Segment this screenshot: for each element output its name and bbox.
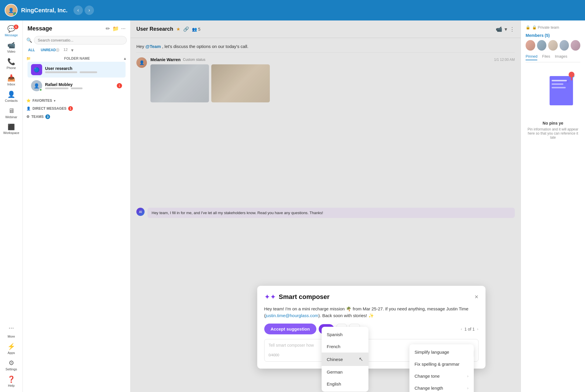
sidebar-item-inbox[interactable]: 📥 Inbox <box>0 72 23 88</box>
pin-illustration-container <box>526 72 580 118</box>
chinese-label: Chinese <box>327 357 343 362</box>
smart-composer: ✦✦ Smart composer × Hey team! I'm on a m… <box>257 286 486 369</box>
conv-item-rafael[interactable]: 👤 Rafael Mobley 1 <box>28 78 126 94</box>
sc-actions: Accept suggestion ↺ ▾ ⧉ ➤ ‹ 1 of 1 › <box>264 324 478 334</box>
sidebar-item-help[interactable]: ❓ Help <box>0 373 23 390</box>
private-team-label: 🔒 Private team <box>532 25 559 30</box>
cursor-icon: ↖ <box>359 356 363 362</box>
folder-collapse-icon: ▲ <box>123 56 127 61</box>
avatar-status <box>13 12 17 16</box>
nav-back-button[interactable]: ‹ <box>73 6 83 15</box>
sidebar-item-video[interactable]: 📹 Video <box>0 39 23 56</box>
filter-unread[interactable]: UNREAD <box>39 47 61 53</box>
folder-section: 📁 FOLDER NAME ▲ 🔵 User research <box>23 54 130 96</box>
sidebar-item-inbox-label: Inbox <box>7 82 15 86</box>
submenu-item-spanish[interactable]: Spanish <box>322 329 368 341</box>
tab-images[interactable]: Images <box>555 54 567 60</box>
sidebar-item-contacts[interactable]: 👤 Contacts <box>0 88 23 105</box>
sc-char-count: 0/4000 <box>269 353 279 357</box>
main-layout: 💬 Message 6 📹 Video 📞 Phone 📥 Inbox 👤 Co… <box>0 20 585 392</box>
folder-button[interactable]: 📁 <box>112 25 119 32</box>
tone-arrow-icon: › <box>467 374 469 378</box>
filter-all[interactable]: ALL <box>26 47 37 53</box>
accept-suggestion-button[interactable]: Accept suggestion <box>264 324 316 334</box>
sidebar-item-webinar[interactable]: 🖥 Webinar <box>0 105 23 121</box>
conv-info-rafael: Rafael Mobley <box>42 82 117 89</box>
german-label: German <box>327 369 343 374</box>
top-bar: 👤 RingCentral, Inc. ‹ › <box>0 0 585 20</box>
section-favorites[interactable]: ⭐ FAVORITES ▾ <box>23 96 130 104</box>
spanish-label: Spanish <box>327 332 343 337</box>
sidebar-item-phone-label: Phone <box>7 66 16 70</box>
pins-area: No pins ye Pin information and it will a… <box>526 66 580 140</box>
sidebar-item-workspace[interactable]: ⬛ Workspace <box>0 121 23 137</box>
more-dots-icon: ··· <box>8 324 14 332</box>
sidebar-item-more[interactable]: ··· More <box>0 319 23 341</box>
length-label: Change length <box>415 386 443 391</box>
nav-forward-button[interactable]: › <box>85 6 94 15</box>
sidebar-item-video-label: Video <box>7 50 16 53</box>
tone-label: Change tone <box>415 374 440 379</box>
sc-close-button[interactable]: × <box>475 293 478 301</box>
pagination-prev[interactable]: ‹ <box>461 327 462 331</box>
dropdown-item-length[interactable]: Change length › <box>409 382 474 392</box>
sidebar-item-message[interactable]: 💬 Message 6 <box>0 23 23 39</box>
section-direct-messages[interactable]: 👤 DIRECT MESSAGES 1 <box>23 104 130 112</box>
sidebar-item-webinar-label: Webinar <box>5 115 17 119</box>
contacts-icon: 👤 <box>7 91 15 98</box>
lock-icon: 🔒 <box>526 25 530 30</box>
more-options-button[interactable]: ··· <box>121 25 126 32</box>
apps-icon: ⚡ <box>7 343 15 350</box>
member-avatar-4 <box>560 40 569 51</box>
folder-icon: 📁 <box>26 56 31 61</box>
compose-button[interactable]: ✏ <box>106 25 110 32</box>
pagination-next[interactable]: › <box>477 327 478 331</box>
teams-icon: ⚙ <box>26 115 30 119</box>
online-status <box>39 88 42 91</box>
sc-pagination: ‹ 1 of 1 › <box>461 327 478 331</box>
member-avatar-1 <box>526 40 535 51</box>
sidebar-item-settings[interactable]: ⚙ Settings <box>0 357 23 373</box>
conversation-list: Message ✏ 📁 ··· 🔍 ALL UNREAD 12 ▾ 📁 F <box>23 20 131 392</box>
filter-dropdown-icon[interactable]: ▾ <box>71 47 73 53</box>
folder-header[interactable]: 📁 FOLDER NAME ▲ <box>26 56 127 61</box>
conv-list-title: Message <box>28 25 52 32</box>
company-avatar: 👤 <box>5 4 18 17</box>
teams-label: TEAMS <box>31 115 44 119</box>
search-bar: 🔍 <box>23 34 130 46</box>
sidebar-item-phone[interactable]: 📞 Phone <box>0 56 23 72</box>
sidebar-item-help-label: Help <box>8 384 15 387</box>
section-teams[interactable]: ⚙ TEAMS 3 <box>23 112 130 120</box>
conv-list-actions: ✏ 📁 ··· <box>106 25 126 32</box>
dropdown-item-simplify[interactable]: Simplify language <box>409 346 474 358</box>
panel-tabs: Pinned Files Images <box>526 54 580 62</box>
english-label: English <box>327 381 341 386</box>
sc-email-link[interactable]: justin.time@hourglass.com <box>266 313 318 318</box>
conv-name-user-research: User research <box>45 66 122 71</box>
search-icon: 🔍 <box>26 37 32 43</box>
settings-icon: ⚙ <box>8 359 14 367</box>
conv-name-rafael: Rafael Mobley <box>45 82 117 87</box>
unread-badge <box>56 48 59 52</box>
conv-avatar-rafael: 👤 <box>31 80 42 91</box>
dropdown-item-spelling[interactable]: Fix spelling & grammar <box>409 358 474 370</box>
submenu-item-german[interactable]: German <box>322 366 368 378</box>
pagination-text: 1 of 1 <box>464 327 475 331</box>
submenu-item-chinese[interactable]: Chinese ↖ <box>322 353 368 366</box>
search-input[interactable] <box>34 36 127 44</box>
simplify-label: Simplify language <box>415 350 449 355</box>
members-section: Members (5) <box>526 33 580 51</box>
submenu-item-english[interactable]: English <box>322 378 368 390</box>
sidebar-item-apps[interactable]: ⚡ Apps <box>0 341 23 357</box>
dropdown-item-tone[interactable]: Change tone › <box>409 370 474 382</box>
member-avatar-3 <box>548 40 558 51</box>
tab-pinned[interactable]: Pinned <box>526 54 537 60</box>
submenu-item-french[interactable]: French <box>322 341 368 353</box>
conv-item-user-research[interactable]: 🔵 User research <box>28 62 126 78</box>
tab-files[interactable]: Files <box>542 54 550 60</box>
help-icon: ❓ <box>7 376 15 383</box>
favorites-star-icon: ⭐ <box>26 99 31 103</box>
phone-icon: 📞 <box>7 58 15 66</box>
company-name: RingCentral, Inc. <box>21 7 68 14</box>
left-sidebar: 💬 Message 6 📹 Video 📞 Phone 📥 Inbox 👤 Co… <box>0 20 23 392</box>
